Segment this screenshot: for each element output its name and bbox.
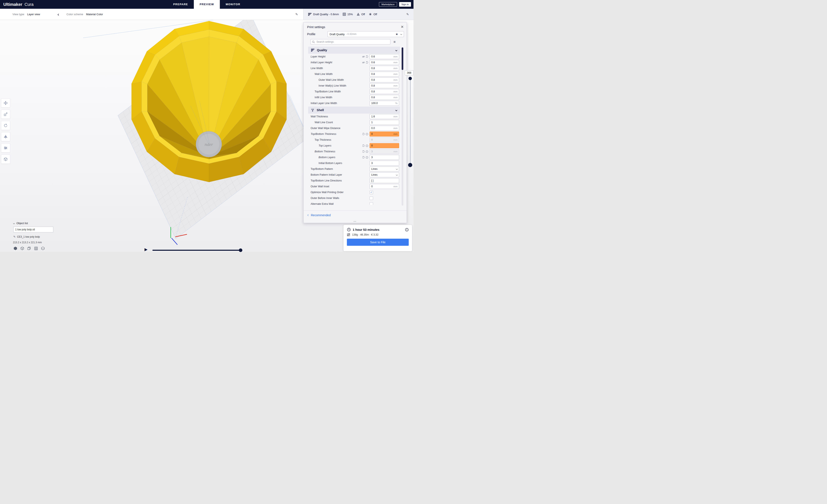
value-field-bottom-thickness[interactable]: 3mm [370,149,399,154]
setting-bottom-pattern-initial-layer[interactable]: Bottom Pattern Initial LayerLines [308,172,400,178]
close-icon[interactable]: ✕ [401,25,404,29]
setting-line-width[interactable]: Line Width0.8mm [308,65,400,71]
value-field-top-layers[interactable]: 0 [370,143,399,148]
checkbox-optimize-wall-printing-order[interactable]: ✓ [370,191,373,194]
setting-top-bottom-line-directions[interactable]: Top/Bottom Line Directions[ ] [308,178,400,184]
revert-icon[interactable] [366,61,368,64]
info-icon[interactable] [366,150,368,153]
panel-scrollbar-track[interactable] [402,47,403,206]
setting-infill-line-width[interactable]: Infill Line Width0.8mm [308,95,400,100]
play-button[interactable]: ▶ [145,247,148,251]
object-list-item[interactable]: 1 low poly bolp.stl [13,226,53,233]
move-tool-button[interactable] [1,98,10,108]
category-quality[interactable]: Quality [308,47,400,54]
panel-resize-handle[interactable]: ⋯ [303,220,407,223]
layer-slider-rail[interactable] [410,79,410,166]
print-setup-selector[interactable]: Draft Quality - 0.6mm 15% Off Off [303,9,414,20]
setup-adhesion[interactable]: Off [369,13,377,16]
tab-prepare[interactable]: PREPARE [167,0,194,9]
mirror-tool-button[interactable] [1,132,10,141]
panel-scrollbar-thumb[interactable] [402,47,403,70]
category-shell[interactable]: Shell [308,107,400,114]
layers-cube-icon[interactable] [41,246,45,251]
value-field-wall-line-width[interactable]: 0.8mm [370,71,399,77]
setting-outer-wall-inset[interactable]: Outer Wall Inset0mm [308,184,400,189]
layer-slider-top-handle[interactable] [408,77,412,80]
setting-outer-wall-wipe-distance[interactable]: Outer Wall Wipe Distance0.0mm [308,125,400,131]
color-scheme-value[interactable]: Material Color [86,13,103,16]
edit-view-icon[interactable]: ✎ [295,12,298,16]
info-icon[interactable] [366,133,368,136]
tab-monitor[interactable]: MONITOR [220,0,246,9]
setting-top-thickness[interactable]: Top Thickness0mm [308,137,400,143]
edit-setup-icon[interactable]: ✎ [406,12,409,16]
printer-row[interactable]: ✎ CE3_1 low poly bolp [13,235,40,238]
tab-preview[interactable]: PREVIEW [194,0,220,9]
value-field-inner-wall-s-line-width[interactable]: 0.8mm [370,83,399,88]
setup-infill[interactable]: 15% [343,13,353,16]
value-field-top-thickness[interactable]: 0mm [370,137,399,142]
select-top-bottom-pattern[interactable]: Lines [370,166,399,171]
search-settings-box[interactable] [310,39,390,45]
cube-outline-icon[interactable] [20,246,25,251]
revert-icon[interactable] [366,55,368,58]
link-icon[interactable] [362,61,365,64]
revert-icon[interactable] [362,144,365,147]
value-field-wall-line-count[interactable]: 1 [370,120,399,125]
info-icon[interactable] [366,144,368,147]
setting-initial-layer-line-width[interactable]: Initial Layer Line Width100.0% [308,100,400,106]
setting-wall-thickness[interactable]: Wall Thickness1.6mm [308,114,400,119]
setting-layer-height[interactable]: Layer Height0.6mm [308,54,400,59]
value-field-layer-height[interactable]: 0.6mm [370,54,399,59]
setup-support[interactable]: Off [357,13,365,16]
setting-wall-line-width[interactable]: Wall Line Width0.8mm [308,71,400,77]
revert-icon[interactable] [362,156,365,159]
value-field-wall-thickness[interactable]: 1.6mm [370,114,399,119]
setting-alternate-extra-wall[interactable]: Alternate Extra Wall [308,201,400,205]
sign-in-button[interactable]: Sign in [399,2,411,7]
view-type-value[interactable]: Layer view [27,13,40,16]
select-bottom-pattern-initial-layer[interactable]: Lines [370,172,399,177]
value-field-initial-layer-line-width[interactable]: 100.0% [370,101,399,106]
timeline-track[interactable] [152,250,241,251]
value-field-bottom-layers[interactable]: 3 [370,155,399,160]
search-input[interactable] [316,40,389,44]
marketplace-button[interactable]: Marketplace [379,2,397,7]
value-field-top-bottom-line-directions[interactable]: [ ] [370,178,399,183]
info-icon[interactable] [366,156,368,159]
object-list-toggle[interactable]: Object list [13,222,28,225]
star-icon[interactable]: ★ [395,33,398,36]
setting-optimize-wall-printing-order[interactable]: Optimize Wall Printing Order✓ [308,189,400,195]
scale-tool-button[interactable] [1,110,10,119]
grid-cube-icon[interactable] [34,246,38,251]
checkbox-outer-before-inner-walls[interactable] [370,196,373,200]
setting-outer-wall-line-width[interactable]: Outer Wall Line Width0.8mm [308,77,400,83]
setting-top-bottom-line-width[interactable]: Top/Bottom Line Width0.8mm [308,89,400,95]
rotate-tool-button[interactable] [1,121,10,130]
setup-quality[interactable]: Draft Quality - 0.6mm [308,13,339,16]
setting-outer-before-inner-walls[interactable]: Outer Before Inner Walls [308,195,400,201]
profile-dropdown[interactable]: Draft Quality - 0.32mm ★ [328,31,404,37]
link-icon[interactable] [362,55,365,58]
value-field-outer-wall-wipe-distance[interactable]: 0.0mm [370,126,399,131]
layer-slider-bottom-handle[interactable] [408,163,412,167]
value-field-top-bottom-line-width[interactable]: 0.8mm [370,89,399,94]
settings-menu-icon[interactable]: ≡ [393,40,396,44]
setting-bottom-thickness[interactable]: Bottom Thickness3mm [308,149,400,154]
value-field-top-bottom-thickness[interactable]: 0mm [370,132,399,137]
setting-inner-wall-s-line-width[interactable]: Inner Wall(s) Line Width0.8mm [308,83,400,89]
revert-icon[interactable] [362,133,365,136]
save-to-file-button[interactable]: Save to File [347,239,409,246]
setting-wall-line-count[interactable]: Wall Line Count1 [308,119,400,125]
value-field-initial-bottom-layers[interactable]: 3 [370,161,399,166]
setting-top-bottom-thickness[interactable]: Top/Bottom Thickness0mm [308,131,400,137]
per-model-settings-button[interactable] [1,143,10,153]
setting-bottom-layers[interactable]: Bottom Layers3 [308,154,400,160]
info-icon[interactable] [405,228,409,232]
support-blocker-button[interactable] [1,155,10,164]
setting-top-layers[interactable]: Top Layers0 [308,143,400,149]
setting-initial-layer-height[interactable]: Initial Layer Height0.6mm [308,59,400,65]
cube-solid-icon[interactable] [13,246,17,251]
value-field-infill-line-width[interactable]: 0.8mm [370,95,399,100]
copy-model-icon[interactable] [27,246,31,251]
